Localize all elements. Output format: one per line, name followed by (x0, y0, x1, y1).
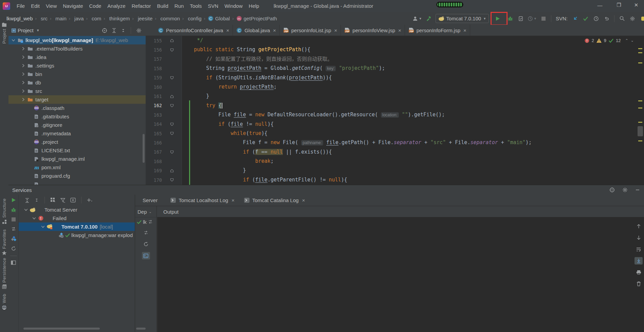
profiler-button[interactable]: ▼ (528, 14, 537, 23)
project-tree-row[interactable]: .settings (8, 61, 146, 70)
collapse-all-button[interactable] (121, 28, 126, 33)
menu-item[interactable]: Code (86, 0, 104, 12)
close-tab-icon[interactable]: × (334, 27, 337, 33)
menu-item[interactable]: Window (221, 0, 245, 12)
start-service-button[interactable] (11, 197, 16, 203)
open-in-new-tab-button[interactable] (70, 198, 76, 202)
services-tree-row[interactable]: Tomcat Server (19, 206, 135, 214)
menu-item[interactable]: SVN (205, 0, 221, 12)
code-line[interactable]: 168 break; (146, 157, 644, 166)
settings-button[interactable] (629, 14, 636, 23)
project-tree-row[interactable]: .idea (8, 53, 146, 61)
show-console-button[interactable] (142, 252, 150, 259)
project-scrollbar[interactable] (143, 134, 145, 163)
svn-rollback-button[interactable] (603, 14, 610, 23)
project-options-button[interactable] (136, 28, 142, 33)
services-tree-row[interactable]: Tomcat 7.0.100 [local] (19, 222, 135, 231)
breadcrumb-item[interactable]: thinkgem› (108, 16, 136, 21)
project-tree-row[interactable]: .mymetadata (8, 129, 146, 138)
code-editor[interactable]: 155 */156 public static String getProjec… (146, 36, 644, 185)
fold-down-icon[interactable] (162, 150, 182, 154)
warning-stripe-mark[interactable] (638, 100, 642, 101)
warning-stripe-mark[interactable] (638, 52, 642, 53)
debug-service-button[interactable] (11, 207, 16, 213)
fold-up-icon[interactable] (162, 39, 182, 42)
services-tree-row[interactable]: ! Failed (19, 214, 135, 222)
breadcrumb-item[interactable]: common› (159, 16, 186, 21)
breadcrumb-item[interactable]: com› (90, 16, 108, 21)
print-button[interactable] (634, 269, 643, 276)
close-button[interactable]: ✕ (628, 0, 644, 10)
layout-button[interactable] (11, 260, 16, 265)
next-error-button[interactable]: ⌄ (631, 38, 634, 43)
svn-commit-button[interactable] (582, 14, 589, 23)
locate-button[interactable] (609, 187, 615, 193)
project-tree-row[interactable]: .externalToolBuilders (8, 44, 146, 53)
clear-all-button[interactable] (634, 280, 643, 288)
project-tree-row[interactable]: m pom.xml (8, 163, 146, 172)
select-opened-file-button[interactable] (102, 28, 107, 33)
scroll-to-end-button[interactable] (634, 257, 643, 265)
menu-item[interactable]: Edit (28, 0, 43, 12)
build-hammer-button[interactable] (425, 14, 433, 23)
bulb-icon[interactable] (639, 14, 644, 23)
debug-button[interactable] (507, 14, 514, 23)
project-tree-row[interactable] (8, 180, 146, 185)
svn-update-button[interactable] (571, 14, 579, 23)
editor-tab[interactable]: C PersonInfoController.java × (154, 25, 233, 36)
editor-tab[interactable]: JSP personInfoList.jsp × (280, 25, 341, 36)
project-tree-row[interactable]: target (8, 95, 146, 104)
menu-item[interactable]: Help (246, 0, 262, 12)
code-line[interactable]: 162 try { (146, 101, 644, 110)
breadcrumb-item[interactable]: lkwpgl_web› (5, 16, 39, 21)
fold-down-icon[interactable] (162, 132, 182, 135)
project-tree-row[interactable]: .project (8, 138, 146, 146)
project-panel-title[interactable]: Project (18, 27, 34, 33)
code-line[interactable]: 156 public static String getProjectPath(… (146, 45, 644, 54)
fold-down-icon[interactable] (162, 122, 182, 126)
run-configuration-select[interactable]: Tomcat 7.0.100 ▼ (436, 14, 489, 23)
services-tree-row[interactable]: lkwpgl_manage:war explod (19, 231, 135, 239)
add-service-button[interactable] (87, 198, 93, 202)
maximize-button[interactable]: ❐ (611, 0, 627, 10)
breadcrumb-item[interactable]: main› (54, 16, 73, 21)
soft-wrap-button[interactable] (634, 246, 643, 253)
coverage-button[interactable] (517, 14, 525, 23)
code-line[interactable]: 164 if (file != null){ (146, 120, 644, 129)
breadcrumb-item[interactable]: java› (73, 16, 90, 21)
code-line[interactable]: 158 String projectPath = Global.getConfi… (146, 64, 644, 73)
hide-services-button[interactable] (635, 188, 640, 192)
stripe-button-favorites[interactable]: Favorites (0, 229, 8, 255)
fold-up-icon[interactable] (162, 95, 182, 98)
stripe-button-web[interactable]: Web (0, 294, 8, 310)
warning-stripe-mark[interactable] (638, 122, 642, 123)
services-options-button[interactable] (622, 187, 628, 193)
code-line[interactable]: 163 File file = new DefaultResourceLoade… (146, 110, 644, 119)
stripe-button-persistence[interactable]: Persistence (0, 258, 8, 289)
collapse-all-button[interactable] (34, 198, 39, 202)
breadcrumb-item[interactable]: src› (39, 16, 54, 21)
minimize-button[interactable]: — (592, 0, 608, 10)
up-stacktrace-button[interactable] (634, 222, 643, 230)
refresh-button[interactable] (11, 246, 16, 251)
update-application-button[interactable] (142, 229, 150, 236)
project-tree-row[interactable]: LICENSE.txt (8, 146, 146, 155)
run-button[interactable] (492, 14, 503, 24)
code-line[interactable]: 166 File f = new File( pathname: file.ge… (146, 138, 644, 147)
stripe-button-project[interactable]: Project (0, 22, 8, 44)
breadcrumb-item[interactable]: CGlobal› (208, 16, 236, 21)
fold-up-icon[interactable] (162, 169, 182, 173)
error-stripe[interactable] (637, 36, 644, 185)
fold-down-icon[interactable] (162, 178, 182, 182)
menu-item[interactable]: Run (171, 0, 187, 12)
warning-stripe-mark[interactable] (638, 62, 642, 63)
code-line[interactable]: 160 return projectPath; (146, 82, 644, 92)
stop-service-button[interactable] (11, 217, 16, 222)
stripe-button-structure[interactable]: Structure (0, 198, 8, 224)
menu-item[interactable]: View (43, 0, 60, 12)
code-line[interactable]: 157 // 如果配置了工程路径，则直接返回，否则自动获取。 (146, 55, 644, 64)
close-tab-icon[interactable]: × (226, 27, 229, 33)
stop-button[interactable] (540, 14, 547, 23)
expand-all-button[interactable] (112, 28, 116, 33)
code-line[interactable]: 165 while(true){ (146, 129, 644, 138)
